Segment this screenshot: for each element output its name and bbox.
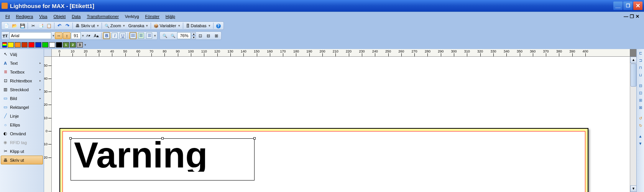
tool-cut[interactable]: ✂Klipp ut [1,147,43,156]
tool-ellipse[interactable]: ○Ellips [1,120,43,129]
increase-font-button[interactable]: A▴ [92,32,100,39]
open-button[interactable] [11,22,18,29]
scroll-up-button[interactable]: ▲ [630,57,637,63]
italic-button[interactable]: I [111,32,118,39]
center-vertical-button[interactable]: ⊡ [637,90,644,97]
maximize-button[interactable]: ❐ [623,2,632,10]
zoom-button[interactable]: Zoom▾ [103,22,127,29]
color-black[interactable] [56,42,62,48]
canvas-viewport[interactable]: Varning [52,57,630,192]
help-button[interactable] [215,22,222,29]
resize-handle-tm[interactable] [161,137,164,139]
font-name-combo[interactable]: Arial [9,32,51,39]
save-button[interactable] [19,22,26,29]
tool-richtextbox[interactable]: ⊡Richtextbox▸ [1,76,43,85]
redo-button[interactable] [64,22,71,29]
variables-button[interactable]: Variabler▾ [152,22,181,29]
bring-front-button[interactable]: ▲ [637,134,644,140]
color-yellow[interactable] [8,42,14,48]
ruler-vertical[interactable]: -70-60-50-40-30-20-1001020 [44,57,52,192]
menu-data[interactable]: Data [69,13,84,20]
new-button[interactable] [3,22,10,29]
undo-button[interactable] [56,22,63,29]
fit-height-button[interactable]: ↕ [63,32,71,39]
color-green[interactable] [42,42,48,48]
zoom-out-button[interactable] [169,32,177,39]
text-content[interactable]: Varning [71,139,254,172]
rotate-right-button[interactable]: ↻ [637,123,644,129]
mdi-minimize[interactable]: — [624,14,628,19]
tool-line[interactable]: ╱Linje [1,112,43,120]
distribute-v-button[interactable]: ⊠ [637,105,644,111]
tool-invert[interactable]: ◐Omvänd [1,129,43,138]
paste-button[interactable] [45,22,53,29]
menu-fil[interactable]: Fil [2,13,13,20]
resize-handle-tl[interactable] [69,137,72,139]
font-dropdown-icon[interactable]: ▾ [53,34,54,38]
font-size-dropdown-icon[interactable]: ▾ [82,34,84,38]
mdi-close[interactable]: ✕ [636,14,639,19]
align-dropdown-icon[interactable]: ▾ [154,34,156,38]
send-back-button[interactable]: ▼ [637,141,644,147]
menu-fonster[interactable]: Fönster [142,13,163,20]
align-top-edges-button[interactable]: ⊓ [637,65,644,71]
distribute-h-button[interactable]: ⊞ [637,98,644,104]
align-right-button[interactable] [145,32,153,39]
color-picker-icon[interactable] [2,42,7,48]
print-button[interactable]: Skriv ut▾ [74,22,100,29]
copy-button[interactable] [37,22,45,29]
center-horizontal-button[interactable]: ⊟ [637,83,644,89]
menu-objekt[interactable]: Objekt [50,13,69,20]
tool-select[interactable]: ↖Välj [1,50,43,59]
color-dropdown-icon[interactable]: ▾ [84,43,86,47]
tool-text[interactable]: AText▸ [1,59,43,67]
menu-redigera[interactable]: Redigera [13,13,36,20]
color-spot-2[interactable]: 2 [70,42,76,48]
color-spot-1[interactable]: 1 [63,42,69,48]
color-red[interactable] [28,42,34,48]
menu-transformationer[interactable]: Transformationer [84,13,122,20]
bold-button[interactable]: B [103,32,110,39]
tool-rectangle[interactable]: ▭Rektangel [1,103,43,112]
tool-textbox[interactable]: ≣Textbox▸ [1,67,43,76]
zoom-spinner[interactable]: ▲▼ [191,32,196,39]
font-size-input[interactable]: 91 [71,32,81,39]
align-left-button[interactable] [129,32,137,39]
menu-visa[interactable]: Visa [36,13,50,20]
color-orange[interactable] [15,42,21,48]
mdi-restore[interactable]: ❐ [630,14,634,19]
decrease-font-button[interactable]: A▾ [84,32,92,39]
zoom-page-button[interactable]: ⊞ [212,32,220,39]
vertical-scrollbar[interactable]: ▲ ▼ [630,57,636,192]
color-dark-red[interactable] [21,42,28,48]
zoom-fit-button[interactable]: ⊡ [196,32,204,39]
zoom-width-button[interactable]: ⊟ [204,32,212,39]
ruler-horizontal[interactable]: 0102030405060708090100110120130140150160… [52,49,630,57]
align-center-button[interactable] [137,32,145,39]
preview-button[interactable]: Granska▾ [127,22,150,29]
selected-text-object[interactable]: Varning [71,138,255,181]
close-button[interactable]: ✕ [633,2,642,10]
align-bottom-edges-button[interactable]: ⊔ [637,72,644,79]
menu-verktyg[interactable]: Verktyg [122,13,142,20]
rotate-left-button[interactable]: ↺ [637,116,644,122]
color-spot-3[interactable]: 3 [77,42,83,48]
scroll-down-button[interactable]: ▼ [630,185,637,192]
zoom-in-button[interactable] [161,32,169,39]
align-left-edges-button[interactable]: ⊏ [637,51,644,57]
label-paper[interactable]: Varning [59,128,588,192]
color-blue[interactable] [35,42,41,48]
zoom-percent-input[interactable]: 76% [177,32,191,39]
underline-button[interactable]: U [119,32,127,39]
color-white[interactable] [49,42,55,48]
tool-image[interactable]: ▭Bild▸ [1,94,43,103]
tool-print[interactable]: 🖶Skriv ut [1,156,43,164]
resize-handle-tr[interactable] [253,137,256,139]
fit-width-button[interactable]: ↔ [55,32,62,39]
minimize-button[interactable]: __ [613,2,623,10]
cut-button[interactable] [29,22,37,29]
align-right-edges-button[interactable]: ⊐ [637,58,644,64]
scroll-thumb[interactable] [631,64,636,87]
database-button[interactable]: Databas▾ [184,22,212,29]
menu-hjalp[interactable]: Hjälp [163,13,178,20]
